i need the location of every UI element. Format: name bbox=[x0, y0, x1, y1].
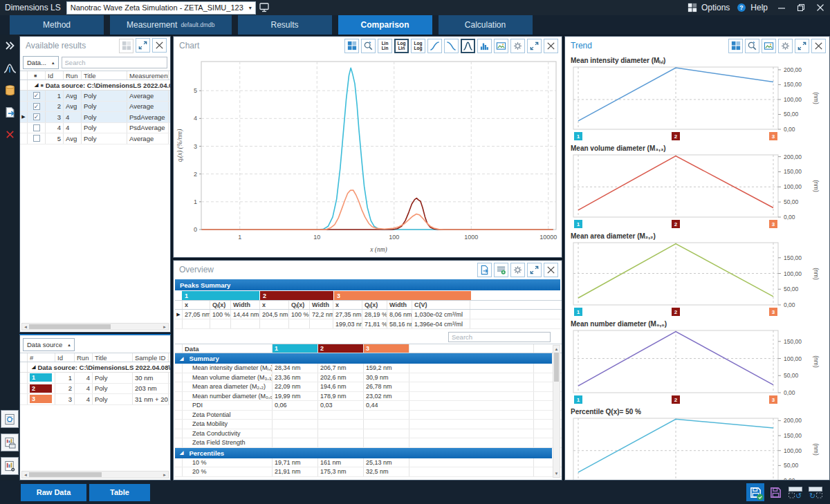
layout-reset-icon[interactable]: ↻ bbox=[806, 483, 824, 501]
options-tiles-icon[interactable] bbox=[688, 3, 697, 12]
column-header-id[interactable]: Id bbox=[55, 353, 75, 362]
horizontal-scrollbar[interactable]: ◄ ► bbox=[21, 323, 169, 330]
scroll-down-icon[interactable]: ▼ bbox=[555, 470, 559, 477]
result-row[interactable]: ✓2AvgPolyAverage bbox=[20, 102, 170, 113]
data-row[interactable]: Mean intensity diameter (Mᵢ,ᵢ)28,34 nm20… bbox=[175, 364, 562, 373]
peaks-row[interactable]: 199,03 nm71,81 %58,16 nm1,396e-04 cm³/ml bbox=[175, 319, 562, 329]
help-button[interactable]: Help bbox=[750, 3, 768, 12]
trend-marker-1[interactable]: 1 bbox=[574, 308, 582, 316]
expand-icon[interactable] bbox=[527, 39, 542, 53]
cumulative-ascending-icon[interactable] bbox=[427, 39, 442, 53]
close-icon[interactable] bbox=[811, 39, 826, 53]
column-header-run[interactable]: Run bbox=[75, 353, 93, 362]
trend-marker-2[interactable]: 2 bbox=[672, 308, 680, 316]
export-image-icon[interactable] bbox=[494, 39, 508, 53]
data-row[interactable]: Mean area diameter (M₂,₂)22,09 nm194,6 n… bbox=[175, 382, 562, 392]
data-source-filter-dropdown[interactable]: Data source▴ bbox=[23, 338, 75, 351]
result-row[interactable]: 5AvgPolyAverage bbox=[20, 133, 170, 144]
peaks-column-header[interactable]: Width bbox=[387, 301, 412, 309]
row-checkbox[interactable]: ✓ bbox=[33, 92, 40, 99]
trend-settings-icon[interactable] bbox=[778, 39, 793, 53]
peaks-column-header[interactable]: Qᵢ(x) bbox=[362, 301, 387, 309]
save-layout-icon[interactable] bbox=[746, 483, 764, 501]
export-data-icon[interactable] bbox=[477, 263, 492, 277]
minimize-button[interactable] bbox=[772, 0, 791, 15]
trend-marker-1[interactable]: 1 bbox=[574, 395, 582, 404]
maximize-button[interactable] bbox=[791, 0, 811, 15]
report-print-icon[interactable] bbox=[1, 433, 19, 451]
data-source-row[interactable]: 114Poly30 nm bbox=[20, 373, 170, 384]
data-row[interactable]: Zeta Mobility bbox=[175, 420, 562, 429]
column-header-id[interactable]: Id bbox=[46, 71, 64, 80]
raw-data-button[interactable]: Raw Data bbox=[21, 484, 86, 501]
tab-results[interactable]: Results bbox=[238, 15, 332, 35]
export-document-icon[interactable] bbox=[1, 104, 18, 120]
horizontal-scrollbar[interactable]: ◄ ► bbox=[21, 471, 169, 478]
row-checkbox[interactable]: ✓ bbox=[33, 113, 40, 120]
overview-settings-icon[interactable] bbox=[510, 263, 525, 277]
help-icon[interactable]: ? bbox=[737, 3, 746, 12]
trend-marker-2[interactable]: 2 bbox=[672, 220, 680, 228]
data-source-group-row[interactable]: ◢Data source: C:\DimensionsLS 2022.04.08… bbox=[20, 362, 170, 373]
trend-marker-1[interactable]: 1 bbox=[574, 132, 582, 140]
trend-marker-3[interactable]: 3 bbox=[769, 220, 777, 228]
scale-lin-lin[interactable]: LinLin bbox=[378, 39, 392, 53]
delete-icon[interactable] bbox=[1, 126, 18, 142]
expand-icon[interactable] bbox=[527, 263, 542, 277]
data-row[interactable]: Mean number diameter (M₀,₀)19,99 nm178,9… bbox=[175, 392, 562, 402]
scale-log-lin[interactable]: LogLin bbox=[394, 39, 409, 53]
section-header-summary[interactable]: ◢Summary bbox=[175, 353, 552, 364]
column-header-run[interactable]: Run bbox=[64, 71, 82, 80]
scroll-right-icon[interactable]: ► bbox=[161, 473, 168, 477]
chart-settings-icon[interactable] bbox=[510, 39, 525, 53]
density-distribution-icon[interactable] bbox=[461, 39, 475, 53]
available-results-search-input[interactable] bbox=[62, 57, 167, 68]
data-row[interactable]: 10 %19,71 nm161 nm25,13 nm bbox=[175, 458, 562, 468]
trend-chart-trend-percentile[interactable]: 200,00150,00100,0050,000,00(nm)123 bbox=[571, 416, 828, 480]
data-row[interactable]: Zeta Conductivity bbox=[175, 429, 562, 439]
row-checkbox[interactable] bbox=[33, 124, 40, 131]
column-header-measurement[interactable]: Measurement bbox=[127, 71, 169, 80]
peaks-column-header[interactable]: Qᵢ(x) bbox=[210, 301, 231, 309]
distribution-chart[interactable]: 110100100010000012345x (nm)qᵢ(x) (%/nm) bbox=[174, 55, 562, 257]
data-row[interactable]: Mean volume diameter (M₃,₃)23,36 nm202,6… bbox=[175, 373, 562, 383]
trend-marker-1[interactable]: 1 bbox=[574, 220, 582, 228]
peaks-column-header[interactable]: C(V) bbox=[412, 301, 470, 309]
trend-chart-trend-area[interactable]: 150,00100,0050,000,00(nm)123 bbox=[571, 241, 828, 318]
scroll-right-icon[interactable]: ► bbox=[161, 325, 168, 329]
available-results-filter-dropdown[interactable]: Data...▴ bbox=[23, 56, 59, 69]
peaks-column-header[interactable]: x bbox=[333, 301, 362, 309]
data-column-header-1[interactable]: 1 bbox=[273, 344, 318, 353]
layout-restore-icon[interactable]: ↺ bbox=[786, 483, 804, 501]
trend-chart-trend-volume[interactable]: 200,00150,00100,0050,000,00(nm)123 bbox=[571, 153, 828, 230]
close-icon[interactable] bbox=[544, 263, 558, 277]
table-button[interactable]: Table bbox=[89, 484, 150, 501]
data-source-row[interactable]: 334Poly31 nm + 203 bbox=[20, 394, 170, 405]
data-column-header-2[interactable]: 2 bbox=[318, 344, 364, 353]
trend-chart-trend-number[interactable]: 150,00100,0050,000,00(nm)123 bbox=[571, 328, 828, 406]
close-button[interactable] bbox=[811, 0, 830, 15]
scroll-up-icon[interactable]: ▲ bbox=[555, 346, 559, 353]
section-header-percentiles[interactable]: ◢Percentiles bbox=[175, 448, 552, 458]
cumulative-descending-icon[interactable] bbox=[444, 39, 459, 53]
tab-measurement[interactable]: Measurementdefault.dmdb bbox=[110, 15, 232, 35]
data-source-row[interactable]: 224Poly203 nm bbox=[20, 384, 170, 395]
expand-icon[interactable] bbox=[795, 39, 809, 53]
data-row[interactable]: Zeta Potential bbox=[175, 411, 562, 420]
data-column-header[interactable]: Data bbox=[183, 344, 273, 353]
peaks-column-header[interactable]: Width bbox=[310, 301, 333, 309]
report-settings-icon[interactable] bbox=[1, 457, 19, 475]
data-row[interactable]: Zeta Field Strength bbox=[175, 438, 562, 448]
device-monitor-icon[interactable] bbox=[259, 2, 270, 13]
column-header-title[interactable]: Title bbox=[82, 71, 127, 80]
overview-search-input[interactable] bbox=[448, 332, 551, 342]
trend-marker-3[interactable]: 3 bbox=[769, 308, 777, 316]
trend-marker-3[interactable]: 3 bbox=[769, 395, 777, 404]
peaks-column-header[interactable]: x bbox=[260, 301, 289, 309]
result-row[interactable]: ✓1AvgPolyAverage bbox=[20, 91, 170, 102]
peaks-column-header[interactable]: Width bbox=[231, 301, 260, 309]
row-checkbox[interactable] bbox=[33, 135, 40, 142]
preset-dropdown[interactable]: Nanotrac Wave Zeta Simulation - ZETA_SIM… bbox=[66, 1, 256, 15]
expand-icon[interactable] bbox=[136, 38, 150, 53]
save-layout-as-icon[interactable] bbox=[766, 483, 784, 501]
